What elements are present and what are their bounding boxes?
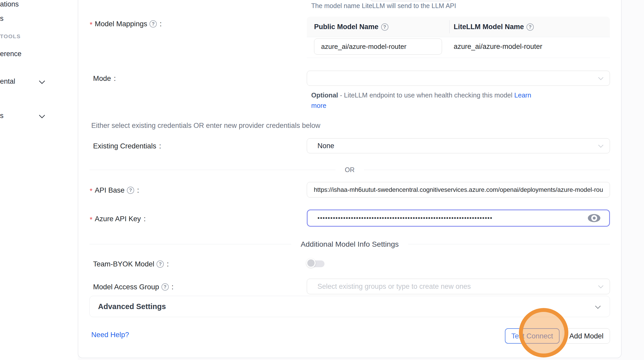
litellm-model-name-header: LiteLLM Model Name	[454, 17, 534, 37]
existing-credentials-select[interactable]: None	[307, 138, 610, 153]
azure-api-key-masked-value: ••••••••••••••••••••••••••••••••••••••••…	[308, 214, 492, 222]
model-access-group-select[interactable]: Select existing groups or type to create…	[307, 279, 610, 294]
azure-api-key-input[interactable]: ••••••••••••••••••••••••••••••••••••••••…	[307, 210, 610, 227]
chevron-down-icon[interactable]	[39, 78, 45, 84]
sidebar: ations s TOOLS erence ental s	[0, 0, 78, 360]
api-base-label-row: * API Base :	[90, 186, 139, 194]
mode-label-row: Mode :	[93, 74, 116, 83]
required-asterisk: *	[90, 21, 93, 29]
azure-api-key-label: Azure API Key	[95, 215, 141, 223]
cutoff-field-fragment	[370, 0, 451, 1]
credentials-note: Either select existing credentials OR en…	[91, 122, 320, 130]
select-arrow-icon	[598, 75, 603, 80]
api-base-input[interactable]	[307, 182, 610, 198]
mode-helper-bold: Optional	[311, 91, 338, 99]
toggle-knob[interactable]	[306, 258, 316, 268]
api-base-label: API Base	[95, 186, 125, 194]
mode-helper-line1: Optional - LiteLLM endpoint to use when …	[311, 91, 531, 99]
sidebar-item-settings[interactable]: s	[0, 112, 4, 120]
label-colon: :	[172, 283, 174, 291]
additional-info-divider: Additional Model Info Settings	[89, 240, 610, 248]
chevron-down-icon[interactable]	[39, 112, 45, 118]
help-icon[interactable]	[127, 187, 134, 194]
help-icon[interactable]	[526, 23, 534, 31]
help-icon[interactable]	[381, 23, 388, 31]
required-asterisk: *	[90, 216, 93, 224]
label-colon: :	[114, 74, 116, 83]
azure-api-key-label-row: * Azure API Key :	[90, 215, 146, 223]
required-asterisk: *	[90, 187, 93, 195]
model-mappings-label-row: * Model Mappings :	[90, 20, 162, 28]
model-access-group-placeholder: Select existing groups or type to create…	[307, 283, 471, 291]
click-highlight-ring	[519, 308, 568, 357]
label-colon: :	[159, 142, 161, 150]
public-model-name-input[interactable]	[314, 38, 442, 55]
divider-line	[89, 170, 335, 170]
divider-line	[364, 170, 610, 170]
table-row-border	[307, 58, 610, 58]
model-access-group-label-row: Model Access Group :	[93, 283, 173, 291]
team-byok-label-row: Team-BYOK Model :	[93, 260, 169, 268]
public-model-name-header-label: Public Model Name	[314, 23, 379, 31]
divider-line	[408, 244, 610, 244]
help-icon[interactable]	[161, 283, 169, 291]
sidebar-item-organizations[interactable]: ations	[0, 0, 19, 8]
or-divider: OR	[89, 166, 610, 174]
label-colon: :	[137, 186, 139, 194]
add-model-button[interactable]: Add Model	[563, 328, 610, 344]
select-arrow-icon	[598, 142, 603, 148]
sidebar-item-inference[interactable]: erence	[0, 50, 22, 58]
advanced-settings-label: Advanced Settings	[98, 302, 166, 311]
sidebar-item-models[interactable]: s	[0, 15, 4, 23]
existing-credentials-label-row: Existing Credentials :	[93, 142, 161, 150]
learn-more-link[interactable]: Learn	[514, 91, 531, 99]
help-icon[interactable]	[157, 260, 164, 268]
mode-select[interactable]	[307, 71, 610, 86]
help-icon[interactable]	[149, 20, 157, 28]
sidebar-item-experimental[interactable]: ental	[0, 77, 15, 86]
model-access-group-label: Model Access Group	[93, 283, 159, 291]
additional-info-divider-text: Additional Model Info Settings	[291, 240, 408, 248]
mode-label: Mode	[93, 74, 111, 83]
select-arrow-icon	[598, 283, 603, 288]
litellm-model-name-value: azure_ai/azure-model-router	[454, 43, 542, 51]
learn-more-link-line2[interactable]: more	[311, 102, 326, 109]
model-name-helper-text: The model name LiteLLM will send to the …	[311, 2, 456, 10]
label-colon: :	[160, 20, 162, 28]
model-mappings-table-header: Public Model Name LiteLLM Model Name	[307, 17, 610, 37]
existing-credentials-value: None	[307, 142, 334, 150]
existing-credentials-label: Existing Credentials	[93, 142, 156, 150]
public-model-name-header: Public Model Name	[314, 17, 388, 37]
label-colon: :	[144, 215, 146, 223]
eye-icon[interactable]	[588, 214, 600, 222]
litellm-model-name-header-label: LiteLLM Model Name	[454, 23, 524, 31]
mode-helper-text: - LiteLLM endpoint to use when health ch…	[338, 91, 514, 99]
chevron-down-icon	[595, 303, 601, 309]
model-mappings-label: Model Mappings	[95, 20, 147, 28]
divider-line	[89, 244, 291, 244]
add-model-page: ations s TOOLS erence ental s The model …	[0, 0, 644, 360]
team-byok-label: Team-BYOK Model	[93, 260, 154, 268]
label-colon: :	[167, 260, 169, 268]
need-help-link[interactable]: Need Help?	[91, 331, 129, 339]
header-column-divider	[449, 20, 450, 33]
sidebar-section-tools: TOOLS	[0, 33, 21, 40]
or-divider-text: OR	[335, 166, 364, 174]
